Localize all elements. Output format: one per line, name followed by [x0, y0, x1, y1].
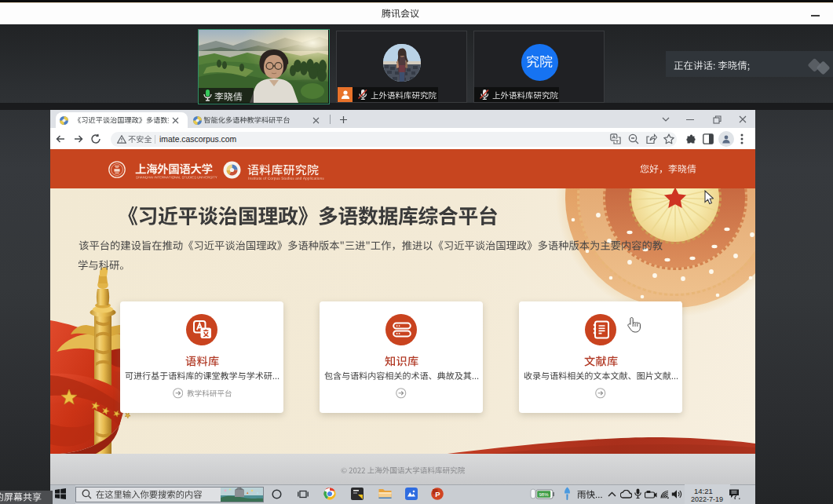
svg-text:98%: 98%: [539, 492, 549, 497]
svg-text:P: P: [435, 490, 440, 499]
